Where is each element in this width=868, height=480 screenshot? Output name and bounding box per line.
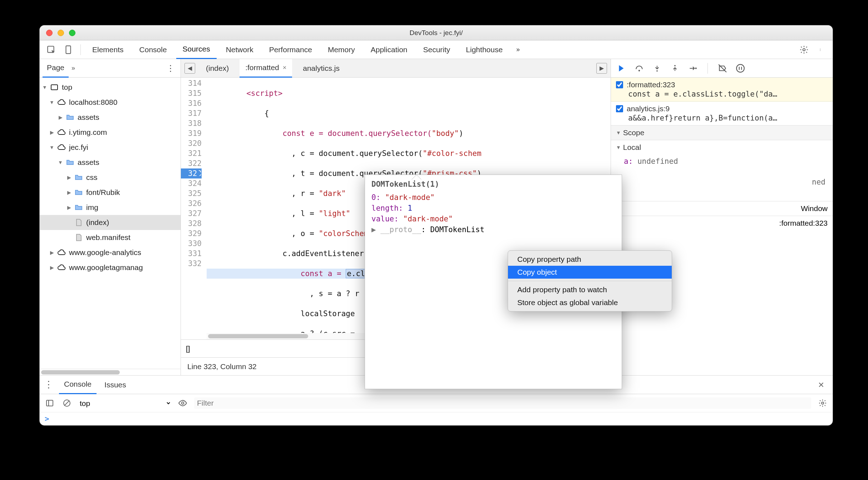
tab-lighthouse[interactable]: Lighthouse <box>459 40 509 59</box>
ctx-add-watch[interactable]: Add property path to watch <box>508 283 672 296</box>
tree-assets-2[interactable]: ▼ assets <box>40 155 181 170</box>
file-icon <box>74 233 83 242</box>
editor-tab-analytics[interactable]: analytics.js <box>297 59 345 78</box>
more-tabs-icon[interactable]: » <box>516 46 520 53</box>
window-title: DevTools - jec.fyi/ <box>410 29 463 37</box>
tree-iytimg[interactable]: ▶ i.ytimg.com <box>40 125 181 140</box>
svg-point-7 <box>638 70 640 71</box>
cloud-icon <box>57 263 66 272</box>
step-over-icon[interactable] <box>634 63 645 74</box>
tree-label: www.googletagmanag <box>69 263 143 272</box>
tree-label: (index) <box>86 218 109 227</box>
minimize-window-button[interactable] <box>58 30 64 36</box>
close-tab-icon[interactable]: × <box>283 64 287 72</box>
deactivate-breakpoints-icon[interactable] <box>717 63 728 74</box>
tree-index[interactable]: (index) <box>40 215 181 230</box>
step-into-icon[interactable] <box>652 63 662 74</box>
tab-elements[interactable]: Elements <box>86 40 130 59</box>
resume-icon[interactable] <box>616 63 627 74</box>
tab-application[interactable]: Application <box>364 40 414 59</box>
settings-icon[interactable] <box>797 43 811 57</box>
tab-performance[interactable]: Performance <box>263 40 319 59</box>
context-menu-separator <box>508 281 672 281</box>
clear-console-icon[interactable] <box>61 397 73 409</box>
ctx-copy-property-path[interactable]: Copy property path <box>508 253 672 266</box>
ctx-copy-object[interactable]: Copy object <box>508 266 672 279</box>
nav-back-icon[interactable]: ◀ <box>184 63 195 74</box>
tab-sources[interactable]: Sources <box>176 40 217 59</box>
tree-label: i.ytimg.com <box>69 128 107 137</box>
popover-property[interactable]: 0: "dark-mode" <box>371 192 615 203</box>
page-tab[interactable]: Page <box>43 59 69 78</box>
tree-gtm[interactable]: ▶ www.googletagmanag <box>40 260 181 275</box>
drawer-menu-icon[interactable]: ⋮ <box>44 379 53 390</box>
breakpoint-item-1[interactable]: :formatted:323 const a = e.classList.tog… <box>611 78 833 102</box>
kebab-menu-icon[interactable] <box>814 43 828 57</box>
cloud-icon <box>57 128 66 137</box>
tree-font[interactable]: ▶ font/Rubik <box>40 185 181 200</box>
cursor-position: Line 323, Column 32 <box>187 362 257 371</box>
maximize-window-button[interactable] <box>69 30 75 36</box>
execution-context-select[interactable]: top <box>78 399 171 408</box>
folder-icon <box>65 158 75 167</box>
navigator-pane: Page » ⋮ ▼ top ▼ localhost:8080 ▶ <box>40 59 181 375</box>
ctx-store-global[interactable]: Store object as global variable <box>508 296 672 309</box>
tab-memory[interactable]: Memory <box>321 40 361 59</box>
svg-rect-12 <box>46 400 53 406</box>
tab-console[interactable]: Console <box>133 40 173 59</box>
tree-top[interactable]: ▼ top <box>40 80 181 95</box>
breakpoint-checkbox[interactable] <box>616 105 623 112</box>
tree-img[interactable]: ▶ img <box>40 200 181 215</box>
tree-localhost[interactable]: ▼ localhost:8080 <box>40 95 181 110</box>
tree-assets-1[interactable]: ▶ assets <box>40 110 181 125</box>
drawer-tab-issues[interactable]: Issues <box>99 376 131 394</box>
scope-window-row[interactable]: Window <box>611 201 833 216</box>
console-filter-input[interactable] <box>194 397 811 409</box>
navigator-menu-icon[interactable]: ⋮ <box>166 63 175 73</box>
tree-webmanifest[interactable]: web.manifest <box>40 230 181 245</box>
pause-on-exceptions-icon[interactable] <box>735 63 746 74</box>
tree-label: web.manifest <box>86 233 130 242</box>
breakpoint-checkbox[interactable] <box>616 81 623 88</box>
tab-security[interactable]: Security <box>416 40 457 59</box>
editor-tab-formatted[interactable]: :formatted× <box>240 59 292 78</box>
device-toolbar-icon[interactable] <box>61 43 75 57</box>
navigator-more-icon[interactable]: » <box>71 64 75 72</box>
local-scope-header[interactable]: ▼Local <box>611 140 833 155</box>
cloud-icon <box>57 143 66 152</box>
popover-property[interactable]: ▶ __proto__: DOMTokenList <box>371 224 615 235</box>
popover-property[interactable]: value: "dark-mode" <box>371 214 615 224</box>
scope-section: ▼Scope <box>611 126 833 140</box>
tab-network[interactable]: Network <box>220 40 260 59</box>
search-input[interactable] <box>186 344 200 353</box>
svg-rect-1 <box>66 46 71 54</box>
line-gutter[interactable]: 314 315 316 317 318 319 320 321 322 323 … <box>181 78 207 339</box>
editor-tab-index[interactable]: (index) <box>200 59 235 78</box>
tree-jecfyi[interactable]: ▼ jec.fyi <box>40 140 181 155</box>
close-window-button[interactable] <box>46 30 53 36</box>
drawer-tab-console[interactable]: Console <box>59 376 97 394</box>
breakpoint-item-2[interactable]: analytics.js:9 a&&a.href}return a},B=fun… <box>611 102 833 126</box>
console-sidebar-toggle-icon[interactable] <box>44 397 55 409</box>
tree-label: assets <box>78 158 99 167</box>
breakpoint-marker[interactable]: 323 <box>181 168 202 178</box>
navigator-hscrollbar[interactable] <box>40 369 181 375</box>
callstack-row[interactable]: :formatted:323 <box>611 216 833 230</box>
inspect-element-icon[interactable] <box>44 43 58 57</box>
step-icon[interactable] <box>687 63 698 74</box>
step-out-icon[interactable] <box>670 63 680 74</box>
live-expression-icon[interactable] <box>177 397 188 409</box>
tree-css[interactable]: ▶ css <box>40 170 181 185</box>
nav-forward-icon[interactable]: ▶ <box>596 63 607 74</box>
navigator-tabs: Page » ⋮ <box>40 59 181 78</box>
svg-point-4 <box>820 49 820 50</box>
close-drawer-icon[interactable]: × <box>814 379 828 391</box>
console-toolbar: top <box>40 394 833 412</box>
popover-property[interactable]: length: 1 <box>371 203 615 214</box>
svg-point-8 <box>656 70 658 72</box>
tree-label: img <box>86 203 98 212</box>
console-prompt[interactable]: > <box>40 412 833 425</box>
tree-ga[interactable]: ▶ www.google-analytics <box>40 245 181 260</box>
console-settings-icon[interactable] <box>817 397 828 409</box>
scope-header[interactable]: ▼Scope <box>611 126 833 140</box>
